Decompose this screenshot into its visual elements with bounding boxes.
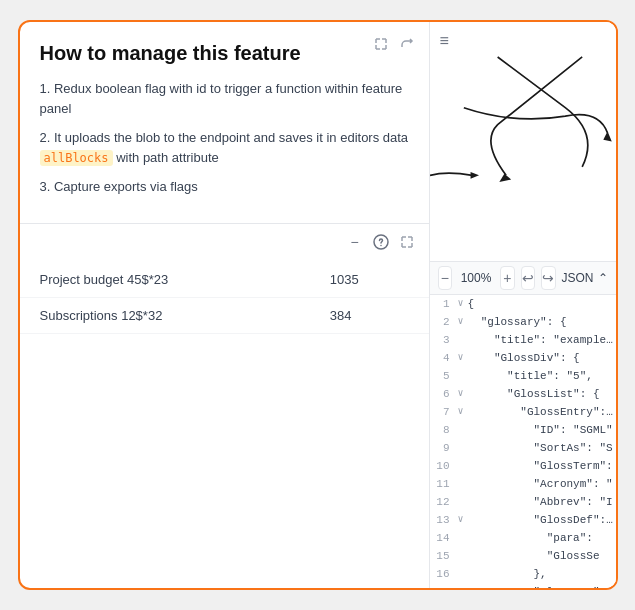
line-arrow: ∨	[458, 385, 468, 403]
line-code: "title": "5",	[468, 367, 616, 385]
line-arrow	[458, 547, 468, 565]
line-arrow	[458, 583, 468, 588]
doc-title: How to manage this feature	[40, 42, 409, 65]
line-code: "Acronym": "	[468, 475, 616, 493]
line-code: "GlossEntry": {	[468, 403, 616, 421]
line-number: 2	[430, 313, 458, 331]
code-line: 8 "ID": "SGML"	[430, 421, 616, 439]
code-line: 3 "title": "example glossa	[430, 331, 616, 349]
doc-step-1: 1. Redux boolean flag with id to trigger…	[40, 79, 409, 118]
line-number: 7	[430, 403, 458, 421]
table-help-btn[interactable]	[371, 232, 391, 252]
line-arrow	[458, 367, 468, 385]
table-cell-label: Subscriptions 12$*32	[20, 297, 310, 333]
redo-btn[interactable]: ↪	[541, 266, 556, 290]
code-line: 15 "GlossSe	[430, 547, 616, 565]
table-minus-btn[interactable]: −	[345, 232, 365, 252]
share-icon[interactable]	[397, 34, 417, 54]
doc-section: How to manage this feature 1. Redux bool…	[20, 22, 429, 224]
undo-btn[interactable]: ↩	[521, 266, 536, 290]
main-content: How to manage this feature 1. Redux bool…	[20, 22, 616, 588]
line-code: "para":	[468, 529, 616, 547]
line-number: 13	[430, 511, 458, 529]
line-number: 10	[430, 457, 458, 475]
line-code: "GlossList": {	[468, 385, 616, 403]
line-arrow: ∨	[458, 349, 468, 367]
line-number: 15	[430, 547, 458, 565]
expand-icon[interactable]	[371, 34, 391, 54]
right-panel: ≡ − 100% +	[430, 22, 616, 588]
line-number: 12	[430, 493, 458, 511]
code-line: 9 "SortAs": "S	[430, 439, 616, 457]
zoom-out-btn[interactable]: −	[438, 266, 453, 290]
code-viewer: − 100% + ↩ ↪ JSON ⌃ 1 ∨ { 2 ∨ "glossary"…	[430, 262, 616, 588]
line-code: "ID": "SGML"	[468, 421, 616, 439]
line-code: "SortAs": "S	[468, 439, 616, 457]
code-line: 6 ∨ "GlossList": {	[430, 385, 616, 403]
line-arrow: ∨	[458, 403, 468, 421]
table-toolbar: −	[345, 232, 417, 252]
code-line: 1 ∨ {	[430, 295, 616, 313]
data-table: Project budget 45$*231035Subscriptions 1…	[20, 262, 429, 334]
line-arrow: ∨	[458, 313, 468, 331]
line-code: "GlossSe	[468, 547, 616, 565]
line-number: 8	[430, 421, 458, 439]
code-line: 17 "GlossSee":	[430, 583, 616, 588]
line-number: 6	[430, 385, 458, 403]
language-select[interactable]: JSON ⌃	[562, 271, 608, 285]
table-expand-btn[interactable]	[397, 232, 417, 252]
code-line: 7 ∨ "GlossEntry": {	[430, 403, 616, 421]
line-code: "Abbrev": "I	[468, 493, 616, 511]
code-line: 4 ∨ "GlossDiv": {	[430, 349, 616, 367]
line-code: "GlossDiv": {	[468, 349, 616, 367]
doc-step-2: 2. It uploads the blob to the endpoint a…	[40, 128, 409, 167]
line-arrow	[458, 565, 468, 583]
line-number: 1	[430, 295, 458, 313]
doc-step-3: 3. Capture exports via flags	[40, 177, 409, 197]
zoom-in-btn[interactable]: +	[500, 266, 515, 290]
svg-marker-4	[470, 172, 478, 179]
svg-point-1	[380, 244, 382, 246]
table-cell-label: Project budget 45$*23	[20, 262, 310, 298]
line-arrow	[458, 529, 468, 547]
line-number: 4	[430, 349, 458, 367]
line-number: 5	[430, 367, 458, 385]
line-arrow	[458, 331, 468, 349]
line-arrow: ∨	[458, 295, 468, 313]
code-line: 10 "GlossTerm":	[430, 457, 616, 475]
line-number: 14	[430, 529, 458, 547]
code-line: 14 "para":	[430, 529, 616, 547]
language-label: JSON	[562, 271, 594, 285]
svg-marker-2	[499, 174, 511, 182]
table-cell-value: 384	[310, 297, 429, 333]
code-line: 13 ∨ "GlossDef": {	[430, 511, 616, 529]
line-code: "GlossSee":	[468, 583, 616, 588]
diagram-section: ≡	[430, 22, 616, 262]
code-line: 16 },	[430, 565, 616, 583]
code-line: 12 "Abbrev": "I	[430, 493, 616, 511]
line-arrow	[458, 421, 468, 439]
line-number: 3	[430, 331, 458, 349]
line-number: 11	[430, 475, 458, 493]
code-line: 2 ∨ "glossary": {	[430, 313, 616, 331]
code-line: 11 "Acronym": "	[430, 475, 616, 493]
code-inline-allblocks: allBlocks	[40, 150, 113, 166]
code-content[interactable]: 1 ∨ { 2 ∨ "glossary": { 3 "title": "exam…	[430, 295, 616, 588]
svg-marker-3	[603, 131, 611, 141]
language-chevron: ⌃	[598, 271, 608, 285]
line-arrow: ∨	[458, 511, 468, 529]
table-row: Subscriptions 12$*32384	[20, 297, 429, 333]
left-panel: How to manage this feature 1. Redux bool…	[20, 22, 430, 588]
doc-section-icons	[371, 34, 417, 54]
diagram-canvas	[430, 22, 616, 261]
line-code: "GlossTerm":	[468, 457, 616, 475]
code-toolbar: − 100% + ↩ ↪ JSON ⌃	[430, 262, 616, 295]
table-cell-value: 1035	[310, 262, 429, 298]
line-number: 17	[430, 583, 458, 588]
line-code: },	[468, 565, 616, 583]
diagram-menu-btn[interactable]: ≡	[440, 32, 449, 50]
code-line: 5 "title": "5",	[430, 367, 616, 385]
line-number: 16	[430, 565, 458, 583]
line-code: "title": "example glossa	[468, 331, 616, 349]
table-row: Project budget 45$*231035	[20, 262, 429, 298]
